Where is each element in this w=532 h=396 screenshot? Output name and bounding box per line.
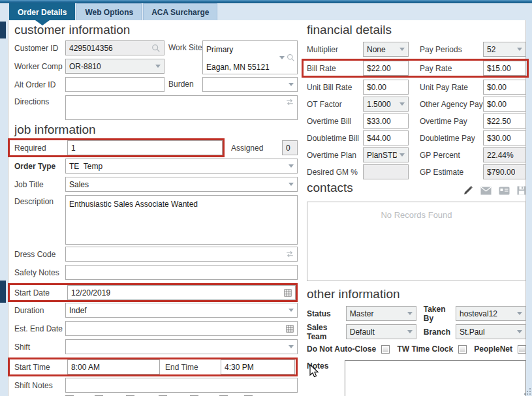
unit-pay-rate-field[interactable]: $0.00 bbox=[483, 80, 526, 95]
doubletime-pay-label: Doubletime Pay bbox=[420, 134, 483, 143]
resize-grip[interactable] bbox=[524, 388, 531, 395]
start-date-field[interactable]: 12/20/2019 bbox=[67, 285, 296, 300]
required-highlight-box: Required 1 bbox=[8, 138, 225, 157]
order-type-dropdown[interactable]: TE Temp bbox=[65, 159, 298, 174]
order-type-row: Order Type TE Temp bbox=[14, 159, 298, 174]
overtime-plan-row: Overtime Plan PlanSTD GP Percent 22.44% bbox=[307, 147, 526, 162]
gp-percent-label: GP Percent bbox=[420, 151, 483, 160]
other-agency-pay-label: Other Agency Pay bbox=[420, 100, 483, 109]
description-field[interactable]: Enthusiastic Sales Associate Wanted bbox=[65, 195, 298, 245]
branch-label: Branch bbox=[424, 327, 456, 337]
sales-team-dropdown[interactable]: Default bbox=[346, 324, 416, 339]
ot-factor-row: OT Factor 1.5000 Other Agency Pay $0.00 bbox=[307, 97, 526, 112]
tw-time-clock-group: TW Time Clock bbox=[397, 344, 463, 354]
do-not-auto-close-checkbox[interactable] bbox=[381, 345, 390, 354]
unit-bill-rate-label: Unit Bill Rate bbox=[307, 83, 363, 92]
gp-estimate-label: GP Estimate bbox=[420, 168, 483, 177]
overtime-bill-field[interactable]: $33.00 bbox=[363, 114, 409, 129]
chevron-down-icon bbox=[407, 330, 413, 333]
multiplier-dropdown[interactable]: None bbox=[363, 42, 409, 57]
tab-web-options[interactable]: Web Options bbox=[76, 3, 142, 20]
peoplenet-checkbox[interactable] bbox=[518, 345, 526, 354]
gp-estimate-field: $790.00 bbox=[483, 164, 526, 179]
doubletime-pay-field[interactable]: $30.00 bbox=[483, 130, 526, 145]
time-highlight-box: Start Time 8:00 AM End Time 4:30 PM bbox=[8, 358, 298, 376]
calendar-icon[interactable] bbox=[284, 289, 292, 297]
contacts-heading: contacts bbox=[307, 181, 456, 194]
end-time-label: End Time bbox=[165, 363, 218, 372]
notes-field[interactable] bbox=[345, 360, 526, 396]
email-icon[interactable] bbox=[480, 187, 492, 195]
customer-id-value: 4295014356 bbox=[69, 44, 151, 53]
dress-code-row: Dress Code bbox=[14, 247, 298, 262]
chevron-down-icon bbox=[289, 345, 294, 348]
directions-label: Directions bbox=[14, 95, 65, 120]
chevron-down-icon bbox=[399, 48, 405, 51]
other-agency-pay-field[interactable]: $0.00 bbox=[483, 97, 526, 112]
status-takenby-row: Status Master Taken By hosteval12 bbox=[307, 306, 526, 321]
ot-factor-label: OT Factor bbox=[307, 100, 363, 109]
salesteam-branch-row: Sales Team Default Branch St.Paul bbox=[307, 324, 526, 339]
peoplenet-label: PeopleNet bbox=[474, 344, 512, 354]
overtime-plan-dropdown[interactable]: PlanSTD bbox=[363, 147, 409, 162]
start-time-field[interactable]: 8:00 AM bbox=[67, 359, 160, 374]
customer-id-field: 4295014356 bbox=[65, 40, 164, 55]
bill-rate-field[interactable]: $22.00 bbox=[363, 61, 409, 76]
overtime-pay-field[interactable]: $22.50 bbox=[483, 114, 526, 129]
shift-notes-row: Shift Notes bbox=[14, 378, 298, 393]
save-icon[interactable] bbox=[517, 186, 526, 195]
est-end-date-field[interactable] bbox=[65, 321, 298, 336]
job-title-dropdown[interactable]: Sales bbox=[65, 177, 298, 192]
branch-dropdown[interactable]: St.Paul bbox=[456, 324, 526, 339]
pay-periods-label: Pay Periods bbox=[420, 45, 483, 54]
pay-rate-field[interactable]: $15.00 bbox=[483, 61, 526, 76]
desired-gm-row: Desired GM % GP Estimate $790.00 bbox=[307, 164, 526, 179]
unit-bill-rate-field[interactable]: $0.00 bbox=[363, 80, 409, 95]
contact-card-icon[interactable] bbox=[499, 187, 510, 195]
duration-dropdown[interactable]: Indef bbox=[65, 303, 298, 318]
sync-icon[interactable] bbox=[285, 251, 294, 258]
doubletime-bill-field[interactable]: $44.00 bbox=[363, 130, 409, 145]
do-not-auto-close-label: Do Not Auto-Close bbox=[307, 344, 376, 354]
end-time-field[interactable]: 4:30 PM bbox=[221, 359, 295, 374]
status-dropdown[interactable]: Master bbox=[346, 306, 416, 321]
chevron-down-icon bbox=[289, 309, 294, 312]
work-site-dropdown[interactable]: Primary Eagan, MN 55121 bbox=[202, 40, 298, 74]
job-title-row: Job Title Sales bbox=[14, 177, 298, 192]
work-site-label: Work Site bbox=[168, 43, 202, 52]
tw-time-clock-checkbox[interactable] bbox=[458, 345, 467, 354]
directions-field[interactable] bbox=[65, 95, 298, 120]
job-information-heading: job information bbox=[14, 123, 298, 136]
edit-pencil-icon[interactable] bbox=[463, 185, 473, 196]
worker-comp-label: Worker Comp bbox=[14, 62, 65, 71]
worker-comp-dropdown[interactable]: OR-8810 bbox=[65, 59, 164, 74]
left-edge-accent-bottom bbox=[0, 281, 6, 303]
burden-dropdown[interactable] bbox=[202, 77, 298, 92]
pay-periods-dropdown[interactable]: 52 bbox=[483, 42, 526, 57]
chevron-down-icon[interactable] bbox=[279, 56, 285, 59]
ot-factor-dropdown[interactable]: 1.5000 bbox=[363, 97, 409, 112]
shift-dropdown[interactable] bbox=[65, 339, 298, 354]
alt-order-id-field[interactable] bbox=[65, 77, 164, 92]
shift-notes-label: Shift Notes bbox=[14, 381, 65, 390]
dress-code-field[interactable] bbox=[65, 247, 298, 262]
taken-by-dropdown[interactable]: hosteval12 bbox=[456, 306, 526, 321]
safety-notes-row: Safety Notes bbox=[14, 265, 298, 280]
sync-icon[interactable] bbox=[285, 99, 294, 106]
work-site-address: Eagan, MN 55121 bbox=[206, 63, 270, 72]
est-end-date-row: Est. End Date bbox=[14, 321, 298, 336]
search-icon[interactable] bbox=[151, 44, 161, 53]
shift-notes-field[interactable] bbox=[65, 378, 298, 393]
safety-notes-label: Safety Notes bbox=[14, 268, 65, 277]
safety-notes-field[interactable] bbox=[65, 265, 298, 280]
order-type-label: Order Type bbox=[14, 162, 65, 171]
tab-order-details[interactable]: Order Details bbox=[9, 3, 75, 20]
search-icon[interactable] bbox=[287, 53, 295, 62]
notes-row: Notes bbox=[307, 360, 526, 396]
tab-aca-surcharge[interactable]: ACA Surcharge bbox=[143, 3, 217, 20]
required-field[interactable]: 1 bbox=[67, 140, 223, 155]
calendar-icon[interactable] bbox=[286, 325, 294, 333]
desired-gm-field[interactable] bbox=[363, 164, 409, 179]
mouse-cursor bbox=[308, 364, 320, 378]
pay-rate-label: Pay Rate bbox=[420, 64, 483, 73]
